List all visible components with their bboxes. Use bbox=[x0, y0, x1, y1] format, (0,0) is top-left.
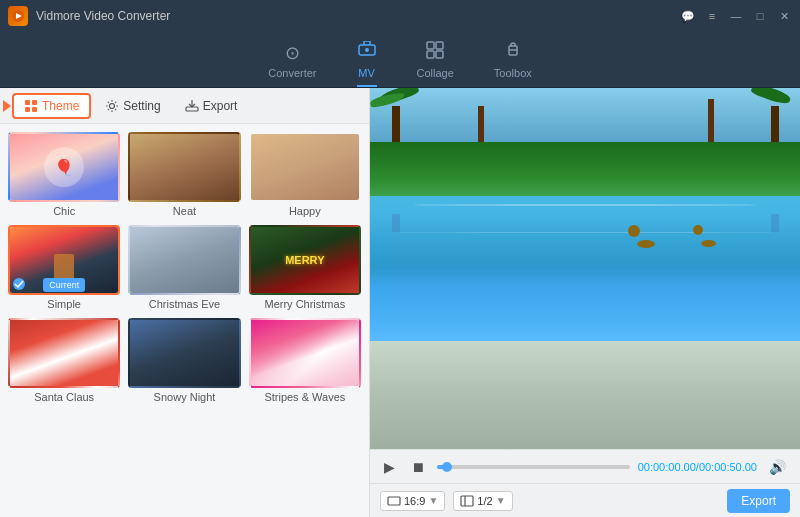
tab-toolbox-label: Toolbox bbox=[494, 67, 532, 79]
right-panel: ▶ ⏹ 00:00:00.00/00:00:50.00 🔊 16:9 ▼ 1/2… bbox=[370, 88, 800, 517]
app-title: Vidmore Video Converter bbox=[36, 9, 680, 23]
theme-neat[interactable]: Neat bbox=[128, 132, 240, 217]
export-sub-button[interactable]: Export bbox=[175, 95, 248, 117]
theme-chic-label: Chic bbox=[8, 205, 120, 217]
video-preview bbox=[370, 88, 800, 449]
sub-toolbar: Theme Setting Export bbox=[0, 88, 369, 124]
theme-stripes-label: Stripes & Waves bbox=[249, 391, 361, 403]
converter-icon: ⊙ bbox=[285, 42, 300, 64]
time-display: 00:00:00.00/00:00:50.00 bbox=[638, 461, 757, 473]
theme-current[interactable]: Current Simple bbox=[8, 225, 120, 310]
theme-stripes[interactable]: Stripes & Waves bbox=[249, 318, 361, 403]
stop-button[interactable]: ⏹ bbox=[407, 457, 429, 477]
playback-controls: ▶ ⏹ 00:00:00.00/00:00:50.00 🔊 bbox=[370, 449, 800, 483]
setting-button[interactable]: Setting bbox=[95, 95, 170, 117]
ratio-arrow: ▼ bbox=[428, 495, 438, 506]
app-icon bbox=[8, 6, 28, 26]
theme-christmas[interactable]: Christmas Eve bbox=[128, 225, 240, 310]
volume-button[interactable]: 🔊 bbox=[765, 457, 790, 477]
svg-rect-4 bbox=[427, 42, 434, 49]
setting-label: Setting bbox=[123, 99, 160, 113]
nav-tabs: ⊙ Converter MV Collage Toolbox bbox=[0, 32, 800, 88]
theme-snowy-label: Snowy Night bbox=[128, 391, 240, 403]
theme-happy[interactable]: Happy bbox=[249, 132, 361, 217]
svg-point-17 bbox=[13, 278, 25, 290]
zoom-arrow: ▼ bbox=[496, 495, 506, 506]
svg-point-3 bbox=[365, 48, 369, 52]
theme-happy-label: Happy bbox=[249, 205, 361, 217]
window-controls: 💬 ≡ — □ ✕ bbox=[680, 8, 792, 24]
theme-snowy[interactable]: Snowy Night bbox=[128, 318, 240, 403]
export-button[interactable]: Export bbox=[727, 489, 790, 513]
preview-scene bbox=[370, 88, 800, 449]
export-row: 16:9 ▼ 1/2 ▼ Export bbox=[370, 483, 800, 517]
toolbox-icon bbox=[503, 41, 523, 64]
svg-rect-12 bbox=[25, 107, 30, 112]
play-button[interactable]: ▶ bbox=[380, 457, 399, 477]
theme-merry[interactable]: MERRY Merry Christmas bbox=[249, 225, 361, 310]
selection-arrow bbox=[3, 100, 11, 112]
svg-rect-11 bbox=[32, 100, 37, 105]
tab-mv[interactable]: MV bbox=[357, 41, 377, 87]
zoom-value: 1/2 bbox=[477, 495, 492, 507]
maximize-button[interactable]: □ bbox=[752, 8, 768, 24]
svg-rect-5 bbox=[436, 42, 443, 49]
theme-button[interactable]: Theme bbox=[12, 93, 91, 119]
tab-mv-label: MV bbox=[358, 67, 375, 79]
ratio-value: 16:9 bbox=[404, 495, 425, 507]
left-panel: Theme Setting Export 🎈 Chic bbox=[0, 88, 370, 517]
tab-collage[interactable]: Collage bbox=[417, 41, 454, 87]
progress-bar[interactable] bbox=[437, 465, 630, 469]
menu-button[interactable]: ≡ bbox=[704, 8, 720, 24]
tab-collage-label: Collage bbox=[417, 67, 454, 79]
theme-merry-label: Merry Christmas bbox=[249, 298, 361, 310]
title-bar: Vidmore Video Converter 💬 ≡ — □ ✕ bbox=[0, 0, 800, 32]
tab-converter[interactable]: ⊙ Converter bbox=[268, 42, 316, 87]
export-sub-label: Export bbox=[203, 99, 238, 113]
theme-christmas-label: Christmas Eve bbox=[128, 298, 240, 310]
svg-rect-13 bbox=[32, 107, 37, 112]
svg-rect-7 bbox=[436, 51, 443, 58]
close-button[interactable]: ✕ bbox=[776, 8, 792, 24]
theme-chic[interactable]: 🎈 Chic bbox=[8, 132, 120, 217]
theme-santa-label: Santa Claus bbox=[8, 391, 120, 403]
collage-icon bbox=[426, 41, 444, 64]
tab-toolbox[interactable]: Toolbox bbox=[494, 41, 532, 87]
svg-rect-18 bbox=[388, 497, 400, 505]
tab-converter-label: Converter bbox=[268, 67, 316, 79]
svg-rect-19 bbox=[461, 496, 473, 506]
theme-neat-label: Neat bbox=[128, 205, 240, 217]
progress-dot bbox=[442, 462, 452, 472]
theme-santa[interactable]: Santa Claus bbox=[8, 318, 120, 403]
zoom-select[interactable]: 1/2 ▼ bbox=[453, 491, 512, 511]
mv-icon bbox=[357, 41, 377, 64]
svg-rect-10 bbox=[25, 100, 30, 105]
theme-grid: 🎈 Chic Neat Happy bbox=[0, 124, 369, 517]
minimize-button[interactable]: — bbox=[728, 8, 744, 24]
svg-rect-6 bbox=[427, 51, 434, 58]
theme-label: Theme bbox=[42, 99, 79, 113]
current-badge: Current bbox=[43, 278, 85, 292]
svg-point-14 bbox=[110, 103, 115, 108]
theme-current-label: Simple bbox=[8, 298, 120, 310]
ratio-select[interactable]: 16:9 ▼ bbox=[380, 491, 445, 511]
chat-button[interactable]: 💬 bbox=[680, 8, 696, 24]
main-area: Theme Setting Export 🎈 Chic bbox=[0, 88, 800, 517]
